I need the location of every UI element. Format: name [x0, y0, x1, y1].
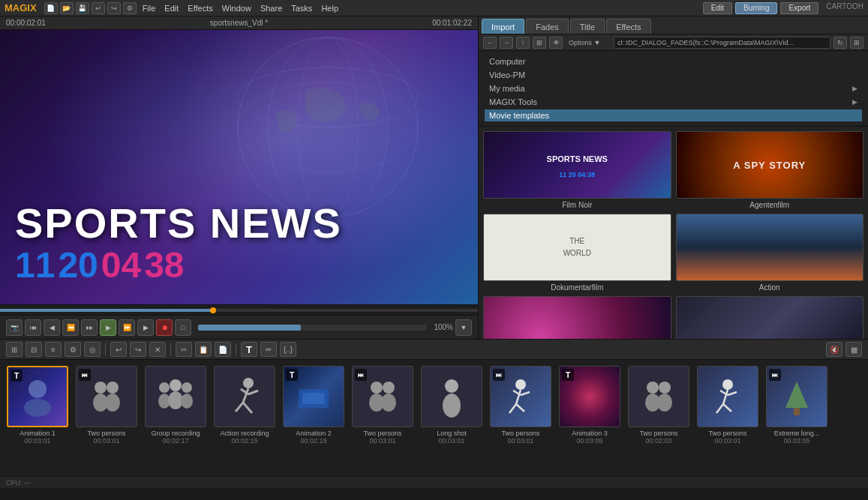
clip-two-persons-4[interactable]: Two persons 00:02:03 [626, 366, 692, 470]
menu-effects[interactable]: Effects [188, 4, 212, 13]
template-spy-thumb[interactable]: A SPY STORY [676, 131, 864, 199]
tool-redo[interactable]: ↪ [130, 342, 146, 357]
tool-view-grid[interactable]: ▦ [845, 342, 862, 357]
clip-animation-1-thumb[interactable]: T [7, 366, 68, 427]
nav-fwd-btn[interactable]: → [500, 37, 513, 49]
tool-marker[interactable]: ◎ [84, 342, 101, 357]
preview-toggle-btn[interactable]: 👁 [549, 37, 563, 49]
export-btn[interactable]: Export [780, 2, 818, 14]
timeline[interactable]: T Animation 1 00:03:01 ⏭ Two persons 00:… [0, 360, 868, 476]
template-sports-news[interactable]: SPORTS NEWS 11 20 04:38 Film Noir [483, 131, 671, 209]
tool-cut[interactable]: ✂ [176, 342, 192, 357]
clip-two-persons-3[interactable]: ⏭ Two persons 00:03:01 [488, 366, 554, 470]
tool-grid[interactable]: ⊟ [26, 342, 42, 357]
menu-tasks[interactable]: Tasks [291, 4, 312, 13]
preview-scrubber[interactable] [0, 304, 478, 315]
tool-code[interactable]: {..} [280, 342, 296, 357]
tool-undo[interactable]: ↩ [110, 342, 127, 357]
clip-action-recording-thumb[interactable] [214, 366, 275, 427]
tool-settings[interactable]: ⚙ [65, 342, 81, 357]
clip-two-persons-2-thumb[interactable]: ⏭ [352, 366, 413, 427]
clip-two-persons-4-thumb[interactable] [628, 366, 689, 427]
edit-mode-btn[interactable]: Edit [703, 2, 732, 14]
clip-action-recording[interactable]: Action recording 00:02:15 [212, 366, 278, 470]
save-btn[interactable]: 💾 [76, 2, 89, 14]
template-dark[interactable] [676, 296, 864, 339]
clip-two-persons-2[interactable]: ⏭ Two persons 00:03:01 [350, 366, 416, 470]
clip-group-recording[interactable]: Group recording 00:02:17 [143, 366, 209, 470]
tab-import[interactable]: Import [482, 19, 524, 34]
prev-frame-btn[interactable]: ⏮ [25, 319, 41, 336]
next-frame-btn[interactable]: ▶ [137, 319, 154, 336]
burning-btn[interactable]: Burning [735, 2, 777, 14]
snapshot-btn[interactable]: 📷 [6, 319, 23, 336]
nav-magix-tools[interactable]: MAGIX Tools ▶ [485, 96, 862, 108]
tool-normal[interactable]: ⊞ [6, 342, 23, 357]
clip-long-shot-thumb[interactable] [421, 366, 482, 427]
clip-extreme-thumb[interactable]: ⏭ [766, 366, 827, 427]
clip-animation-2-thumb[interactable]: T [283, 366, 344, 427]
template-doku-thumb[interactable]: THE WORLD [483, 214, 671, 281]
tool-draw[interactable]: ✏ [260, 342, 277, 357]
clip-two-persons-1-thumb[interactable]: ⏭ [76, 366, 137, 427]
tool-list[interactable]: ≡ [45, 342, 62, 357]
nav-back-btn[interactable]: ← [483, 37, 497, 49]
go-end-btn[interactable]: ⏩ [119, 319, 135, 336]
template-pink-thumb[interactable] [483, 296, 671, 339]
tool-copy[interactable]: 📋 [195, 342, 212, 357]
tab-effects[interactable]: Effects [606, 19, 650, 34]
tab-fades[interactable]: Fades [526, 19, 569, 34]
new-btn[interactable]: 📄 [44, 2, 58, 14]
clip-two-persons-3-thumb[interactable]: ⏭ [490, 366, 551, 427]
nav-computer[interactable]: Computer [485, 55, 862, 67]
nav-up-btn[interactable]: ↑ [516, 37, 530, 49]
zoom-out-btn[interactable]: ▼ [455, 319, 472, 336]
clip-two-persons-1[interactable]: ⏭ Two persons 00:03:01 [74, 366, 140, 470]
preview-video[interactable]: SPORTS NEWS 11 20 04 38 [0, 30, 478, 304]
grid-view-btn[interactable]: ⊞ [850, 37, 863, 49]
tab-title[interactable]: Title [570, 19, 605, 34]
record-btn[interactable]: ⏺ [156, 319, 173, 336]
open-btn[interactable]: 📂 [60, 2, 74, 14]
menu-edit[interactable]: Edit [164, 4, 179, 13]
menu-file[interactable]: File [143, 4, 156, 13]
tool-delete[interactable]: ✕ [149, 342, 166, 357]
clip-animation-1[interactable]: T Animation 1 00:03:01 [5, 366, 71, 470]
play-btn[interactable]: ▶ [100, 319, 116, 336]
clip-animation-3[interactable]: T Animation 3 00:03:05 [557, 366, 623, 470]
go-start-btn[interactable]: ⏭ [81, 319, 98, 336]
scrubber-handle[interactable] [210, 307, 216, 313]
menu-share[interactable]: Share [260, 4, 282, 13]
tool-paste[interactable]: 📄 [215, 342, 231, 357]
step-back-btn[interactable]: ◀ [44, 319, 60, 336]
clip-animation-2[interactable]: T Animation 2 00:02:19 [281, 366, 347, 470]
template-sports-news-thumb[interactable]: SPORTS NEWS 11 20 04:38 [483, 131, 671, 199]
tool-mute[interactable]: 🔇 [826, 342, 842, 357]
nav-my-media[interactable]: My media ▶ [485, 82, 862, 94]
settings-btn[interactable]: ⚙ [123, 2, 137, 14]
menu-help[interactable]: Help [321, 4, 338, 13]
clip-long-shot[interactable]: Long shot 00:03:01 [419, 366, 485, 470]
template-action[interactable]: Action [676, 214, 864, 292]
view-toggle-btn[interactable]: ⊞ [533, 37, 546, 49]
nav-movie-templates[interactable]: Movie templates [485, 109, 862, 121]
nav-video-pm[interactable]: Video-PM [485, 69, 862, 81]
rewind-btn[interactable]: ⏪ [62, 319, 79, 336]
clip-two-persons-5-thumb[interactable] [697, 366, 758, 427]
scrubber-bar[interactable] [0, 309, 478, 312]
template-action-thumb[interactable] [676, 214, 864, 281]
clip-two-persons-5[interactable]: Two persons 00:03:01 [695, 366, 761, 470]
undo-icon-btn[interactable]: ↩ [92, 2, 105, 14]
redo-icon-btn[interactable]: ↪ [107, 2, 121, 14]
template-dark-thumb[interactable] [676, 296, 864, 339]
template-spy-story[interactable]: A SPY STORY Agentenfilm [676, 131, 864, 209]
template-pink[interactable] [483, 296, 671, 339]
clip-animation-3-thumb[interactable]: T [559, 366, 620, 427]
clip-group-recording-thumb[interactable] [145, 366, 206, 427]
transport-progress[interactable] [198, 325, 427, 331]
menu-window[interactable]: Window [222, 4, 251, 13]
clip-extreme-long[interactable]: ⏭ Extreme long... 00:03:05 [764, 366, 830, 470]
template-dokumentar[interactable]: THE WORLD Dokumentarfilm [483, 214, 671, 292]
tool-text[interactable]: T [241, 342, 257, 357]
loop-btn[interactable]: □ [175, 319, 191, 336]
